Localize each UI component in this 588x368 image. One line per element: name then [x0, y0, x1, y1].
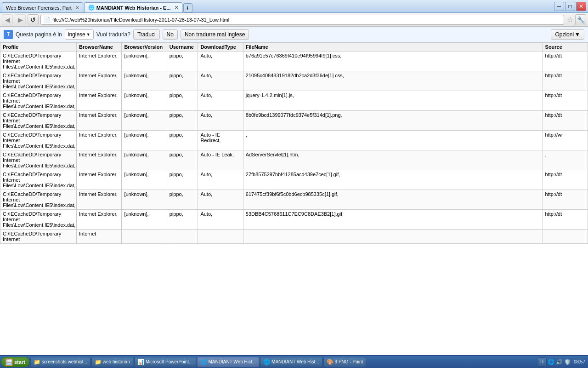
start-button[interactable]: 🪟 start: [1, 357, 29, 367]
table-cell: [unknown],: [122, 190, 167, 210]
language-dropdown[interactable]: inglese ▼: [65, 29, 94, 40]
table-cell: Auto,: [198, 190, 243, 210]
header-browser: BrowserName: [77, 43, 122, 52]
header-profile: Profile: [0, 43, 77, 52]
lang-text: IT: [540, 359, 544, 364]
table-cell: [unknown],: [122, 91, 167, 111]
header-filename: FileName: [243, 43, 543, 52]
table-cell: Internet Explorer,: [77, 71, 122, 91]
clock-time: 08:57: [574, 359, 585, 364]
taskbar-item-label: screenshots webhist...: [42, 359, 87, 364]
table-cell: C:\IECacheDD\Temporary Internet Files\Lo…: [0, 150, 77, 170]
address-bar[interactable]: 📄 file:///C:/web%20historian/FileDownloa…: [40, 15, 564, 25]
table-cell: 617475cf39bf6f5c0bd6ecb985335c[1].gif,: [243, 190, 543, 210]
table-cell: pippo,: [167, 170, 198, 190]
tab-2-close[interactable]: ✕: [175, 5, 178, 10]
translate-icon: T: [4, 30, 13, 39]
table-cell: 8b0fe9bcd1399077fdc9374e5f314d[1].png,: [243, 111, 543, 131]
bookmark-star-icon[interactable]: ☆: [567, 15, 573, 24]
table-row: C:\IECacheDD\Temporary Internet Files\Lo…: [0, 190, 588, 210]
table-cell: pippo,: [167, 71, 198, 91]
taskbar-item[interactable]: 🌐MANDIANT Web Hist...: [260, 357, 322, 367]
table-cell: Internet Explorer,: [77, 111, 122, 131]
table-cell: [198, 230, 243, 244]
table-header: Profile BrowserName BrowserVersion Usern…: [0, 43, 588, 52]
table-cell: http://dt: [543, 210, 588, 230]
table-cell: http://dt: [543, 170, 588, 190]
table-cell: [unknown],: [122, 170, 167, 190]
never-translate-button[interactable]: Non tradurre mai inglese: [181, 29, 249, 40]
taskbar-item-icon: 📊: [137, 359, 144, 365]
table-cell: http://wr: [543, 131, 588, 150]
tray-icons: 🌐 🔊 🛡️: [548, 359, 571, 365]
table-row: C:\IECacheDD\Temporary Internet Files\Lo…: [0, 210, 588, 230]
translate-button[interactable]: Traduci: [133, 29, 160, 40]
header-source: Source: [543, 43, 588, 52]
refresh-button[interactable]: ↺: [28, 14, 39, 25]
taskbar-item-label: web historian: [103, 359, 130, 364]
header-dltype: DownloadType: [198, 43, 243, 52]
tab-1[interactable]: Web Browser Forensics, Part ✕: [2, 2, 83, 12]
language-label: inglese: [68, 31, 85, 38]
maximize-button[interactable]: □: [565, 2, 575, 11]
options-button[interactable]: Opzioni ▼: [551, 29, 584, 40]
taskbar-item-label: MANDIANT Web Hist...: [209, 359, 256, 364]
table-cell: Internet Explorer,: [77, 170, 122, 190]
table-cell: Internet: [77, 230, 122, 244]
tab-1-label: Web Browser Forensics, Part: [6, 5, 72, 11]
header-version: BrowserVersion: [122, 43, 167, 52]
taskbar-item-label: MANDIANT Web Hist...: [271, 359, 319, 364]
table-cell: C:\IECacheDD\Temporary Internet Files\Lo…: [0, 52, 77, 71]
table-container[interactable]: Profile BrowserName BrowserVersion Usern…: [0, 42, 588, 355]
table-row: C:\IECacheDD\Temporary Internet Files\Lo…: [0, 91, 588, 111]
options-arrow-icon: ▼: [575, 31, 580, 38]
table-cell: [543, 230, 588, 244]
no-translate-button[interactable]: No: [163, 29, 178, 40]
taskbar-item[interactable]: 📁web historian: [91, 357, 133, 367]
download-history-table: Profile BrowserName BrowserVersion Usern…: [0, 42, 588, 244]
back-button[interactable]: ◀: [2, 14, 13, 25]
table-cell: [unknown],: [122, 150, 167, 170]
table-cell: http://dt: [543, 52, 588, 71]
tools-button[interactable]: 🔧: [575, 14, 586, 25]
table-cell: [unknown],: [122, 71, 167, 91]
address-lock-icon: 📄: [44, 17, 51, 23]
table-cell: Auto,: [198, 52, 243, 71]
table-cell: pippo,: [167, 131, 198, 150]
minimize-button[interactable]: ─: [554, 2, 564, 11]
table-cell: [167, 230, 198, 244]
taskbar-items: 📁screenshots webhist...📁web historian📊Mi…: [30, 357, 366, 367]
table-cell: [unknown],: [122, 52, 167, 71]
table-cell: C:\IECacheDD\Temporary Internet: [0, 230, 77, 244]
table-cell: http://dt: [543, 71, 588, 91]
navbar: ◀ ▶ ↺ 📄 file:///C:/web%20historian/FileD…: [0, 13, 588, 27]
table-cell: ,: [543, 150, 588, 170]
table-cell: jquery-1.4.2.min[1].js,: [243, 91, 543, 111]
table-row: C:\IECacheDD\Temporary Internet Files\Lo…: [0, 150, 588, 170]
taskbar-item[interactable]: 📊Microsoft PowerPoint...: [134, 357, 196, 367]
start-icon: 🪟: [5, 358, 13, 366]
tab-1-close[interactable]: ✕: [75, 5, 79, 10]
tab-2[interactable]: 🌐 MANDIANT Web Historian - E... ✕: [84, 2, 182, 12]
taskbar-item[interactable]: 🌐MANDIANT Web Hist...: [197, 357, 260, 367]
table-cell: Auto,: [198, 71, 243, 91]
table-cell: AdServerServlet[1].htm,: [243, 150, 543, 170]
table-row: C:\IECacheDD\Temporary Internet Files\Lo…: [0, 71, 588, 91]
taskbar-item[interactable]: 🎨9.PNG - Paint: [323, 357, 367, 367]
forward-button[interactable]: ▶: [15, 14, 26, 25]
table-cell: [243, 230, 543, 244]
new-tab-button[interactable]: +: [183, 3, 192, 12]
taskbar-item[interactable]: 📁screenshots webhist...: [30, 357, 90, 367]
table-cell: C:\IECacheDD\Temporary Internet Files\Lo…: [0, 170, 77, 190]
taskbar-item-icon: 📁: [95, 359, 102, 365]
shield-icon: 🛡️: [564, 359, 571, 365]
table-cell: b76a91e57c76369f410e94f95994f9[1].css,: [243, 52, 543, 71]
table-cell: C:\IECacheDD\Temporary Internet Files\Lo…: [0, 190, 77, 210]
table-cell: C:\IECacheDD\Temporary Internet Files\Lo…: [0, 71, 77, 91]
table-cell: [unknown],: [122, 111, 167, 131]
close-button[interactable]: ✕: [576, 2, 586, 11]
network-icon: 🌐: [548, 359, 554, 365]
translation-question: Vuoi tradurla?: [96, 31, 130, 38]
table-cell: Internet Explorer,: [77, 150, 122, 170]
table-cell: ,: [243, 131, 543, 150]
